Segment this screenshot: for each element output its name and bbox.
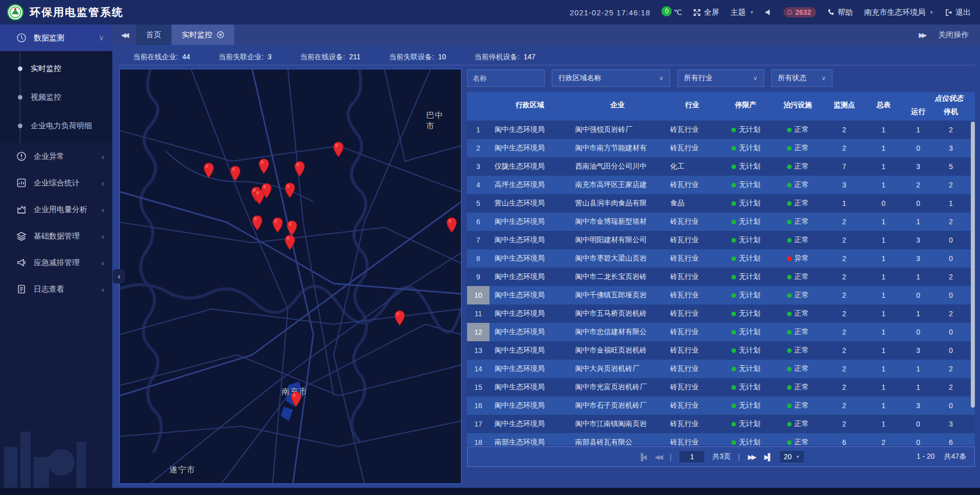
tab-首页[interactable]: 首页 bbox=[136, 25, 172, 45]
table-row[interactable]: 8阆中生态环境局阆中市枣碧大梁山页岩砖瓦行业无计划异常21300 bbox=[467, 249, 975, 268]
mute-button[interactable] bbox=[765, 9, 772, 16]
status-dot-icon bbox=[787, 238, 792, 243]
map-panel[interactable]: ‹ bbox=[119, 68, 462, 484]
map-pin[interactable] bbox=[257, 158, 271, 175]
map-pin[interactable] bbox=[251, 215, 264, 232]
stat-label: 当前失联企业: bbox=[218, 53, 263, 62]
industry-filter-select[interactable]: 所有行业 ∨ bbox=[677, 69, 764, 87]
submenu-item-实时监控[interactable]: 实时监控 bbox=[0, 54, 112, 83]
tabs-scroll-left-button[interactable]: ◀◀ bbox=[112, 25, 136, 45]
map-pin[interactable] bbox=[202, 162, 215, 179]
page-size-select[interactable]: 20 ▼ bbox=[779, 450, 805, 463]
col-points: 监测点 bbox=[823, 101, 865, 110]
cell-total: 1 bbox=[865, 365, 902, 373]
name-filter-input[interactable] bbox=[467, 69, 545, 87]
table-row[interactable]: 17阆中生态环境局阆中市江南镇阆南页岩砖瓦行业无计划正常21030 bbox=[467, 415, 975, 433]
industry-filter-value: 所有行业 bbox=[684, 74, 713, 83]
tab-实时监控[interactable]: 实时监控 bbox=[172, 25, 234, 45]
table-row[interactable]: 5营山生态环境局营山县润丰肉食品有限食品无计划正常10010 bbox=[467, 194, 975, 213]
facility-label: 正常 bbox=[795, 383, 809, 392]
table-scrollbar-thumb[interactable] bbox=[971, 122, 975, 408]
fullscreen-button[interactable]: 全屏 bbox=[693, 8, 719, 17]
cell-production: 无计划 bbox=[719, 419, 772, 429]
facility-label: 正常 bbox=[795, 401, 809, 410]
status-filter-select[interactable]: 所有状态 ∨ bbox=[771, 69, 832, 87]
stat-item: 当前失联设备:10 bbox=[389, 53, 446, 62]
chevron-left-icon: ‹ bbox=[102, 232, 104, 241]
sidebar-item-数据监测[interactable]: 数据监测∨ bbox=[0, 25, 112, 51]
table-row[interactable]: 4高坪生态环境局南充市高坪区王家店建砖瓦行业无计划正常31220 bbox=[467, 176, 975, 194]
last-page-button[interactable]: ▶▌ bbox=[763, 453, 772, 461]
map-collapse-button[interactable]: ‹ bbox=[113, 269, 125, 284]
table-row[interactable]: 18南部生态环境局南部县砖瓦有限公砖瓦行业无计划正常62060 bbox=[467, 433, 975, 445]
table-row[interactable]: 13阆中生态环境局阆中市金福旺页岩机砖砖瓦行业无计划正常21300 bbox=[467, 341, 975, 360]
sidebar-item-基础数据管理[interactable]: 基础数据管理‹ bbox=[0, 223, 112, 249]
table-row[interactable]: 6阆中生态环境局阆中市金博瑞新型墙材砖瓦行业无计划正常21120 bbox=[467, 213, 975, 231]
first-page-button[interactable]: ▐◀ bbox=[638, 453, 646, 461]
map-pin[interactable] bbox=[393, 310, 406, 327]
map-pin[interactable] bbox=[283, 182, 297, 199]
submenu-item-label: 视频监控 bbox=[31, 92, 61, 102]
cell-facility: 正常 bbox=[772, 180, 823, 190]
table-row[interactable]: 15阆中生态环境局阆中市光富页岩机砖厂砖瓦行业无计划正常21120 bbox=[467, 378, 975, 396]
chevron-down-icon: ▼ bbox=[929, 10, 934, 15]
cell-run: 0 bbox=[902, 328, 935, 336]
cell-points: 2 bbox=[823, 126, 865, 134]
organization-menu[interactable]: 南充市生态环境局 ▼ bbox=[864, 8, 934, 17]
cell-company: 阆中明阳建材有限公司 bbox=[570, 235, 665, 245]
col-group-point-status: 点位状态 bbox=[902, 94, 975, 103]
table-row[interactable]: 2阆中生态环境局阆中市南方节能建材有砖瓦行业无计划正常21030 bbox=[467, 139, 975, 157]
map-pin[interactable] bbox=[283, 234, 297, 251]
close-icon[interactable] bbox=[216, 31, 224, 39]
cell-facility: 正常 bbox=[772, 272, 823, 281]
table-row[interactable]: 7阆中生态环境局阆中明阳建材有限公司砖瓦行业无计划正常21300 bbox=[467, 231, 975, 249]
submenu-item-企业电力负荷明细[interactable]: 企业电力负荷明细 bbox=[0, 111, 112, 140]
cell-stop: 1 bbox=[935, 199, 967, 207]
cell-index: 8 bbox=[467, 249, 489, 268]
table-row[interactable]: 1阆中生态环境局阆中强锐页岩砖厂砖瓦行业无计划正常21120 bbox=[467, 121, 975, 139]
map-pin[interactable] bbox=[445, 217, 458, 234]
cell-run: 3 bbox=[902, 346, 935, 355]
logout-icon bbox=[945, 9, 952, 16]
cell-points: 2 bbox=[823, 144, 865, 152]
sidebar-item-企业用电量分析[interactable]: 企业用电量分析‹ bbox=[0, 196, 112, 223]
sidebar-item-日志查看[interactable]: 日志查看‹ bbox=[0, 276, 112, 302]
chevron-left-icon: ‹ bbox=[102, 205, 104, 214]
map-pin[interactable] bbox=[332, 141, 345, 158]
sidebar-item-企业异常[interactable]: 企业异常‹ bbox=[0, 143, 112, 170]
next-page-button[interactable]: ▶▶ bbox=[747, 453, 756, 461]
cell-index: 1 bbox=[467, 121, 489, 139]
table-row[interactable]: 16阆中生态环境局阆中市石子页岩机砖厂砖瓦行业无计划正常21300 bbox=[467, 396, 975, 415]
region-filter-select[interactable]: 行政区域名称 ∨ bbox=[552, 69, 670, 87]
logout-button[interactable]: 退出 bbox=[945, 8, 971, 17]
datetime: 2021-02-25 17:46:18 bbox=[570, 8, 650, 17]
status-dot-icon bbox=[731, 348, 736, 353]
sidebar-item-企业综合统计[interactable]: 企业综合统计‹ bbox=[0, 170, 112, 196]
theme-button[interactable]: 主题 ▼ bbox=[730, 8, 754, 17]
map-pin[interactable] bbox=[229, 165, 242, 182]
cell-production: 无计划 bbox=[719, 364, 772, 373]
submenu-item-视频监控[interactable]: 视频监控 bbox=[0, 83, 112, 111]
cell-facility: 正常 bbox=[772, 125, 823, 134]
cell-run: 3 bbox=[902, 402, 935, 410]
page-number-input[interactable] bbox=[679, 450, 705, 463]
table-row[interactable]: 3仪陇生态环境局西南油气田分公司川中化工无计划正常71350 bbox=[467, 157, 975, 176]
map-pin[interactable] bbox=[260, 182, 273, 200]
help-button[interactable]: 帮助 bbox=[827, 8, 853, 17]
prev-page-button[interactable]: ◀◀ bbox=[653, 453, 663, 461]
tabs-scroll-right-button[interactable]: ▶▶ bbox=[919, 31, 925, 39]
table-row[interactable]: 9阆中生态环境局阆中市二龙长宝页岩砖砖瓦行业无计划正常21120 bbox=[467, 268, 975, 286]
table-row[interactable]: 14阆中生态环境局阆中大兴页岩机砖厂砖瓦行业无计划正常21120 bbox=[467, 360, 975, 378]
table-row[interactable]: 12阆中生态环境局阆中市忠信建材有限公砖瓦行业无计划正常21003 bbox=[467, 323, 975, 341]
map-pin[interactable] bbox=[289, 391, 303, 408]
notifications-button[interactable]: 2632 bbox=[783, 7, 816, 17]
map-pin[interactable] bbox=[271, 217, 284, 234]
cell-company: 阆中市石子页岩机砖厂 bbox=[570, 401, 665, 410]
table-row[interactable]: 10阆中生态环境局阆中千佛镇五郎垭页岩砖瓦行业无计划正常21003 bbox=[467, 286, 975, 304]
table-row[interactable]: 11阆中生态环境局阆中市五马桥页岩机砖砖瓦行业无计划正常21120 bbox=[467, 304, 975, 323]
cell-run: 1 bbox=[902, 365, 935, 373]
map-pin[interactable] bbox=[293, 160, 306, 178]
status-dot-icon bbox=[787, 128, 792, 132]
sidebar-item-应急减排管理[interactable]: 应急减排管理‹ bbox=[0, 249, 112, 276]
close-operations-button[interactable]: 关闭操作 bbox=[938, 30, 969, 40]
